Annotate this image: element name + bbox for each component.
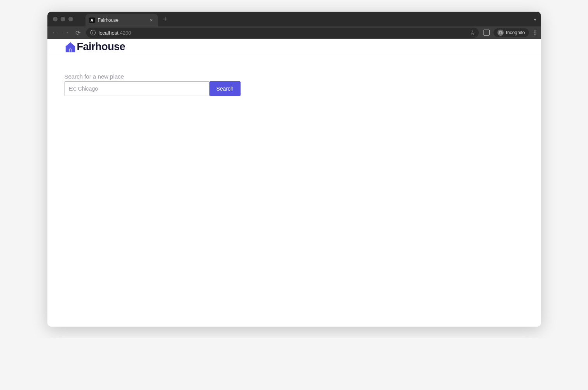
bookmark-star-icon[interactable]: ☆ [470,29,475,36]
search-button[interactable]: Search [209,81,241,96]
browser-window: A Fairhouse × + ▾ ← → ⟳ i localhost:4200… [47,12,541,327]
tab-title: Fairhouse [98,17,146,23]
window-controls [51,17,78,21]
browser-tabbar: A Fairhouse × + ▾ [47,12,541,26]
incognito-badge[interactable]: Incognito [494,28,529,37]
nav-reload-icon[interactable]: ⟳ [75,29,82,37]
window-minimize-icon[interactable] [61,17,65,21]
url-host-text: localhost [99,30,119,36]
browser-toolbar: ← → ⟳ i localhost:4200 ☆ Incognito [47,26,541,39]
extensions-icon[interactable] [483,30,490,36]
url-host: localhost:4200 [99,30,131,36]
window-maximize-icon[interactable] [68,17,73,21]
svg-point-0 [499,32,500,34]
site-info-icon[interactable]: i [90,30,96,35]
search-section: Search for a new place Search [47,55,541,96]
tab-close-icon[interactable]: × [149,17,154,23]
chevron-down-icon: ▾ [534,17,536,22]
nav-back-icon[interactable]: ← [51,29,58,36]
nav-forward-icon[interactable]: → [63,29,70,36]
new-tab-button[interactable]: + [158,16,173,23]
svg-rect-3 [70,49,71,52]
search-input[interactable] [65,81,209,96]
search-row: Search [65,81,541,96]
incognito-icon [497,30,504,36]
tabbar-overflow[interactable]: ▾ [534,16,541,23]
page-content: Fairhouse Search for a new place Search [47,39,541,327]
toolbar-right: Incognito [483,28,537,37]
window-close-icon[interactable] [53,17,58,21]
browser-menu-icon[interactable] [533,30,537,35]
house-logo-icon [65,41,76,53]
svg-point-1 [501,32,503,34]
tab-favicon-icon: A [89,17,95,23]
incognito-label: Incognito [506,30,525,35]
browser-tab[interactable]: A Fairhouse × [85,14,158,26]
url-bar[interactable]: i localhost:4200 ☆ [86,28,479,38]
app-header: Fairhouse [47,39,541,55]
url-port-text: :4200 [119,30,131,36]
search-label: Search for a new place [65,73,541,80]
brand-name: Fairhouse [77,41,126,53]
